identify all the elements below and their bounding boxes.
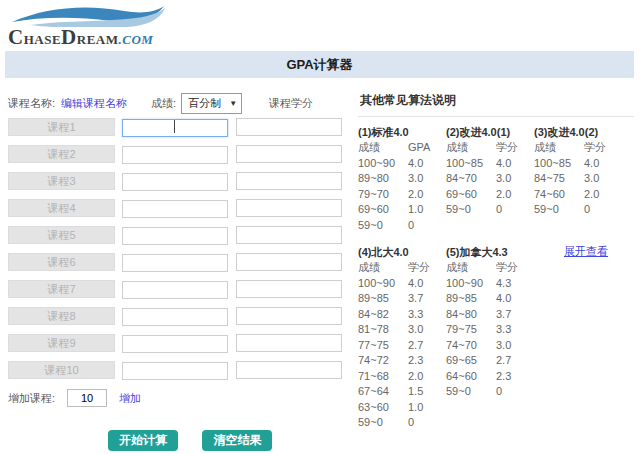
form-actions: 开始计算 清空结果 bbox=[8, 430, 350, 451]
credit-input[interactable] bbox=[236, 226, 342, 244]
add-course-count-input[interactable] bbox=[67, 389, 107, 407]
course-name-button[interactable]: 课程4 bbox=[8, 199, 115, 217]
grade-value-cell: 3.0 bbox=[496, 338, 534, 354]
edit-course-names-link[interactable]: 编辑课程名称 bbox=[61, 96, 127, 111]
score-input-wrap bbox=[122, 118, 228, 136]
grade-value-cell: 0 bbox=[496, 384, 534, 400]
course-name-button[interactable]: 课程7 bbox=[8, 280, 115, 298]
grade-value-cell: 2.0 bbox=[408, 369, 446, 385]
grade-value-cell: 3.7 bbox=[408, 291, 446, 307]
expand-view-link[interactable]: 展开查看 bbox=[564, 244, 608, 259]
score-input-wrap bbox=[122, 145, 228, 163]
chasedream-logo[interactable]: ChaseDream.COM bbox=[8, 3, 166, 49]
score-range-cell: 89~85 bbox=[358, 291, 408, 307]
score-input-wrap bbox=[122, 226, 228, 244]
score-column-header: 成绩 bbox=[358, 140, 408, 156]
score-range-cell: 63~60 bbox=[358, 400, 408, 416]
algorithm-table: (4)北大4.0成绩学分100~904.089~853.784~823.381~… bbox=[358, 244, 446, 431]
logo-wave-icon bbox=[8, 3, 166, 27]
score-input[interactable] bbox=[122, 362, 228, 380]
course-name-button[interactable]: 课程6 bbox=[8, 253, 115, 271]
course-name-button[interactable]: 课程9 bbox=[8, 334, 115, 352]
grade-value-cell: 3.3 bbox=[496, 322, 534, 338]
score-label: 成绩: bbox=[151, 96, 176, 111]
algorithm-table: (2)改进4.0(1)成绩学分100~854.084~703.069~602.0… bbox=[446, 124, 534, 233]
course-row: 课程6 bbox=[8, 253, 350, 271]
page-title: GPA计算器 bbox=[286, 57, 352, 72]
grade-value-cell: 4.0 bbox=[408, 276, 446, 292]
grade-value-cell: 0 bbox=[496, 202, 534, 218]
grade-value-cell: 3.0 bbox=[408, 322, 446, 338]
score-range-cell: 59~0 bbox=[534, 202, 584, 218]
grade-value-cell: 2.3 bbox=[496, 369, 534, 385]
gpa-calculator-page: ChaseDream.COM GPA计算器 课程名称: 编辑课程名称 成绩: 百… bbox=[0, 0, 640, 454]
course-row: 课程9 bbox=[8, 334, 350, 352]
credit-input[interactable] bbox=[236, 118, 342, 136]
score-input[interactable] bbox=[122, 308, 228, 326]
add-course-label: 增加课程: bbox=[8, 391, 55, 406]
course-row: 课程5 bbox=[8, 226, 350, 244]
score-input[interactable] bbox=[122, 173, 228, 191]
score-range-cell: 59~0 bbox=[446, 202, 496, 218]
grade-value-cell: 3.0 bbox=[408, 171, 446, 187]
score-range-cell: 64~60 bbox=[446, 369, 496, 385]
score-range-cell: 89~80 bbox=[358, 171, 408, 187]
algorithm-table-name: (5)加拿大4.3 bbox=[446, 244, 534, 260]
algorithm-table-name: (2)改进4.0(1) bbox=[446, 124, 534, 140]
grade-value-cell: 1.0 bbox=[408, 202, 446, 218]
clear-results-button[interactable]: 清空结果 bbox=[202, 430, 272, 451]
credit-input[interactable] bbox=[236, 199, 342, 217]
calculate-button[interactable]: 开始计算 bbox=[108, 430, 178, 451]
score-input[interactable] bbox=[122, 119, 228, 137]
course-name-button[interactable]: 课程2 bbox=[8, 145, 115, 163]
score-range-cell: 77~75 bbox=[358, 338, 408, 354]
score-input[interactable] bbox=[122, 146, 228, 164]
course-name-button[interactable]: 课程3 bbox=[8, 172, 115, 190]
score-range-cell: 67~64 bbox=[358, 384, 408, 400]
grade-value-cell: 1.0 bbox=[408, 400, 446, 416]
form-header-row: 课程名称: 编辑课程名称 成绩: 百分制 ▼ 课程学分 bbox=[8, 93, 350, 113]
algorithm-table-grid: 成绩学分100~854.084~753.074~602.059~00 bbox=[534, 140, 622, 218]
course-name-button[interactable]: 课程10 bbox=[8, 361, 115, 379]
score-column-header: 成绩 bbox=[446, 260, 496, 276]
score-input-wrap bbox=[122, 280, 228, 298]
grade-value-cell: 2.7 bbox=[408, 338, 446, 354]
value-column-header: 学分 bbox=[496, 140, 534, 156]
course-row: 课程2 bbox=[8, 145, 350, 163]
grade-value-cell: 0 bbox=[584, 202, 622, 218]
credit-input[interactable] bbox=[236, 253, 342, 271]
add-course-row: 增加课程: 增加 bbox=[8, 388, 350, 408]
score-input[interactable] bbox=[122, 200, 228, 218]
credit-input[interactable] bbox=[236, 280, 342, 298]
credit-input[interactable] bbox=[236, 307, 342, 325]
score-input[interactable] bbox=[122, 281, 228, 299]
credit-input[interactable] bbox=[236, 334, 342, 352]
course-row: 课程3 bbox=[8, 172, 350, 190]
logo-text-chase: Chase bbox=[8, 25, 61, 52]
value-column-header: GPA bbox=[408, 140, 446, 156]
grade-value-cell: 0 bbox=[408, 415, 446, 431]
credit-input[interactable] bbox=[236, 145, 342, 163]
course-credits-label: 课程学分 bbox=[269, 96, 313, 111]
score-input[interactable] bbox=[122, 335, 228, 353]
score-input-wrap bbox=[122, 172, 228, 190]
score-scale-select[interactable]: 百分制 ▼ bbox=[181, 93, 242, 114]
credit-input[interactable] bbox=[236, 361, 342, 379]
course-name-button[interactable]: 课程8 bbox=[8, 307, 115, 325]
algorithm-table-name: (4)北大4.0 bbox=[358, 244, 446, 260]
score-input[interactable] bbox=[122, 254, 228, 272]
algorithm-tables-row-2: (4)北大4.0成绩学分100~904.089~853.784~823.381~… bbox=[358, 244, 634, 431]
score-range-cell: 84~70 bbox=[446, 171, 496, 187]
course-name-button[interactable]: 课程1 bbox=[8, 118, 115, 136]
grade-value-cell: 3.0 bbox=[584, 171, 622, 187]
add-courses-link[interactable]: 增加 bbox=[119, 391, 141, 406]
score-input[interactable] bbox=[122, 227, 228, 245]
algorithm-tables-row-1: (1)标准4.0成绩GPA100~904.089~803.079~702.069… bbox=[358, 124, 634, 233]
course-row: 课程7 bbox=[8, 280, 350, 298]
course-name-button[interactable]: 课程5 bbox=[8, 226, 115, 244]
algorithm-table: (5)加拿大4.3成绩学分100~904.389~854.084~803.779… bbox=[446, 244, 534, 431]
credit-input[interactable] bbox=[236, 172, 342, 190]
score-range-cell: 79~75 bbox=[446, 322, 496, 338]
grade-value-cell: 4.0 bbox=[408, 156, 446, 172]
score-range-cell: 71~68 bbox=[358, 369, 408, 385]
